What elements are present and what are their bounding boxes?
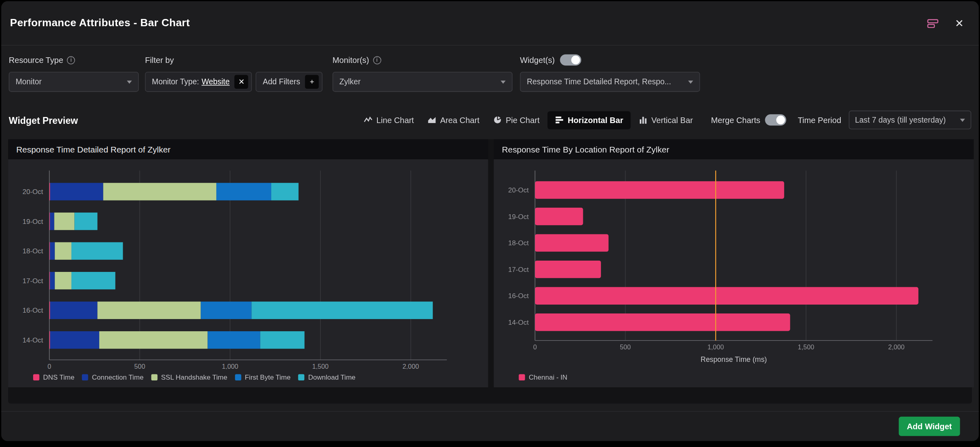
widgets-field: Widget(s) Response Time Detailed Report,… bbox=[520, 53, 700, 92]
chart-toolbar: Line Chart Area Chart Pie Chart bbox=[358, 111, 972, 129]
filter-by-field: Filter by Monitor Type: Website ✕ Add Fi… bbox=[145, 53, 322, 92]
filter-chip-row: Monitor Type: Website ✕ Add Filters + bbox=[145, 72, 322, 92]
legend-label: Download Time bbox=[308, 374, 355, 381]
widget-layout-button[interactable] bbox=[927, 17, 938, 29]
vertical-bar-icon bbox=[639, 115, 648, 124]
filter-chip-value[interactable]: Website bbox=[201, 77, 230, 86]
legend-swatch bbox=[151, 374, 157, 380]
chart-type-label: Pie Chart bbox=[506, 115, 540, 125]
filter-by-label-row: Filter by bbox=[145, 53, 322, 67]
svg-text:17-Oct: 17-Oct bbox=[23, 277, 43, 285]
chevron-down-icon bbox=[960, 118, 965, 121]
legend-item: SSL Handshake Time bbox=[151, 374, 227, 381]
legend-label: DNS Time bbox=[43, 374, 75, 381]
svg-text:16-Oct: 16-Oct bbox=[23, 307, 43, 314]
legend-item: First Byte Time bbox=[235, 374, 291, 381]
filter-chip-key: Monitor Type: bbox=[152, 77, 199, 86]
time-period-dropdown[interactable]: Last 7 days (till yesterday) bbox=[849, 111, 972, 129]
add-filters-chip[interactable]: Add Filters + bbox=[256, 72, 322, 92]
resource-type-dropdown[interactable]: Monitor bbox=[9, 72, 139, 92]
legend-item: Connection Time bbox=[82, 374, 144, 381]
svg-text:19-Oct: 19-Oct bbox=[508, 213, 529, 221]
screen: Performance Attributes - Bar Chart ✕ Res… bbox=[0, 0, 980, 447]
chart-type-label: Area Chart bbox=[440, 115, 479, 125]
add-filter-button[interactable]: + bbox=[305, 75, 319, 89]
info-icon: i bbox=[67, 56, 75, 64]
time-period-value: Last 7 days (till yesterday) bbox=[855, 115, 946, 124]
legend-item: Chennai - IN bbox=[519, 374, 567, 381]
chevron-down-icon bbox=[500, 80, 505, 84]
monitors-value: Zylker bbox=[339, 77, 361, 86]
chevron-down-icon bbox=[127, 80, 132, 84]
svg-text:2,000: 2,000 bbox=[888, 343, 905, 351]
remove-filter-button[interactable]: ✕ bbox=[235, 75, 248, 89]
page-title: Performance Attributes - Bar Chart bbox=[10, 17, 190, 29]
widgets-toggle[interactable] bbox=[560, 54, 581, 66]
filters-section: Resource Type i Monitor Filter by Monito… bbox=[1, 46, 979, 106]
chart-svg: 05001,0001,5002,00020-Oct19-Oct18-Oct17-… bbox=[500, 161, 967, 369]
svg-text:Response Time (ms): Response Time (ms) bbox=[701, 355, 767, 363]
chart-title: Response Time By Location Report of Zylk… bbox=[494, 139, 974, 159]
chart-legend: DNS TimeConnection TimeSSL Handshake Tim… bbox=[15, 369, 482, 385]
charts-panel: Response Time Detailed Report of Zylker … bbox=[8, 139, 972, 403]
resource-type-field: Resource Type i Monitor bbox=[9, 53, 139, 92]
filter-by-label: Filter by bbox=[145, 55, 174, 65]
chart-canvas: 05001,0001,5002,00020-Oct19-Oct18-Oct17-… bbox=[15, 161, 482, 369]
chart-type-horizontal-bar[interactable]: Horizontal Bar bbox=[548, 111, 631, 129]
svg-text:16-Oct: 16-Oct bbox=[508, 292, 529, 300]
chart-type-label: Horizontal Bar bbox=[567, 115, 623, 125]
svg-text:500: 500 bbox=[620, 343, 631, 351]
legend-item: DNS Time bbox=[33, 374, 74, 381]
svg-text:1,000: 1,000 bbox=[708, 343, 724, 351]
plus-icon: + bbox=[310, 77, 314, 86]
chart-type-label: Vertical Bar bbox=[651, 115, 693, 125]
horizontal-bar-icon bbox=[555, 115, 564, 124]
svg-text:17-Oct: 17-Oct bbox=[508, 266, 529, 274]
add-filters-label: Add Filters bbox=[263, 77, 300, 86]
legend-label: Connection Time bbox=[92, 374, 144, 381]
svg-text:14-Oct: 14-Oct bbox=[23, 336, 43, 344]
widgets-label-row: Widget(s) bbox=[520, 53, 700, 67]
performance-attributes-dialog: Performance Attributes - Bar Chart ✕ Res… bbox=[1, 1, 979, 441]
monitors-dropdown[interactable]: Zylker bbox=[333, 72, 513, 92]
toggle-knob bbox=[777, 115, 785, 124]
svg-text:19-Oct: 19-Oct bbox=[23, 218, 43, 226]
close-icon: ✕ bbox=[955, 17, 964, 30]
chart-svg: 05001,0001,5002,00020-Oct19-Oct18-Oct17-… bbox=[15, 161, 482, 369]
svg-text:20-Oct: 20-Oct bbox=[508, 186, 529, 194]
legend-swatch bbox=[235, 374, 241, 380]
add-widget-button[interactable]: Add Widget bbox=[899, 417, 960, 436]
widget-preview-bar: Widget Preview Line Chart Area Chart Pie… bbox=[1, 106, 979, 134]
svg-text:18-Oct: 18-Oct bbox=[508, 239, 529, 247]
widgets-dropdown[interactable]: Response Time Detailed Report, Respo... bbox=[520, 72, 700, 92]
legend-label: First Byte Time bbox=[245, 374, 291, 381]
toggle-knob bbox=[571, 56, 580, 65]
chart-type-area[interactable]: Area Chart bbox=[422, 111, 485, 129]
legend-swatch bbox=[33, 374, 39, 380]
chart-type-label: Line Chart bbox=[377, 115, 414, 125]
dialog-footer: Add Widget bbox=[1, 411, 979, 441]
svg-text:500: 500 bbox=[134, 363, 145, 370]
svg-text:0: 0 bbox=[48, 363, 51, 370]
area-chart-icon bbox=[428, 115, 437, 124]
pie-chart-icon bbox=[493, 115, 502, 124]
svg-text:0: 0 bbox=[533, 343, 537, 351]
chart-legend: Chennai - IN bbox=[500, 369, 967, 385]
chevron-down-icon bbox=[688, 80, 693, 84]
merge-charts-toggle[interactable] bbox=[765, 114, 787, 125]
widgets-value: Response Time Detailed Report, Respo... bbox=[527, 77, 671, 86]
chart-type-pie[interactable]: Pie Chart bbox=[488, 111, 545, 129]
time-period-label: Time Period bbox=[798, 115, 841, 125]
legend-swatch bbox=[82, 374, 88, 380]
close-icon: ✕ bbox=[239, 77, 245, 86]
legend-label: Chennai - IN bbox=[529, 374, 567, 381]
close-button[interactable]: ✕ bbox=[955, 17, 964, 30]
chart-body: 05001,0001,5002,00020-Oct19-Oct18-Oct17-… bbox=[8, 159, 488, 387]
legend-swatch bbox=[298, 374, 304, 380]
chart-type-line[interactable]: Line Chart bbox=[358, 111, 420, 129]
svg-text:18-Oct: 18-Oct bbox=[23, 247, 43, 255]
widgets-label: Widget(s) bbox=[520, 55, 555, 65]
info-icon: i bbox=[373, 56, 381, 64]
chart-type-vertical-bar[interactable]: Vertical Bar bbox=[633, 111, 699, 129]
legend-swatch bbox=[519, 374, 525, 380]
